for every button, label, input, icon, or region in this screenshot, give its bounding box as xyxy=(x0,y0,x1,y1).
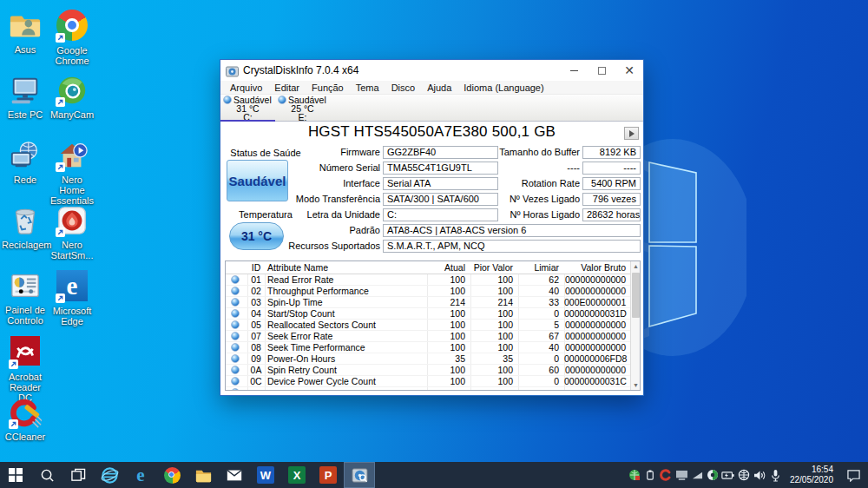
mail-icon[interactable] xyxy=(219,462,250,488)
close-button[interactable]: ✕ xyxy=(615,60,643,81)
field-label: Número Serial xyxy=(293,162,380,175)
scrollbar-thumb[interactable] xyxy=(632,273,640,318)
field-value-standard: ATA8-ACS | ATA8-ACS version 6 xyxy=(383,224,641,237)
col-atual[interactable]: Atual xyxy=(427,261,465,274)
drive-tab-c[interactable]: Saudável 31 °C C: xyxy=(220,95,275,121)
file-explorer-icon[interactable] xyxy=(187,462,219,488)
maximize-button[interactable] xyxy=(588,60,615,81)
health-status-button[interactable]: Saudável xyxy=(227,160,288,201)
task-view-icon[interactable] xyxy=(62,462,94,488)
table-row[interactable]: 0CDevice Power Cycle Count 100100 000000… xyxy=(226,376,640,387)
col-attribute-name[interactable]: Attribute Name xyxy=(267,261,424,274)
desktop-icon-asus[interactable]: Asus xyxy=(2,9,49,55)
this-pc-icon xyxy=(9,74,42,107)
desktop-icon-microsoft-edge[interactable]: e Microsoft Edge xyxy=(49,269,95,326)
field-label: Interface xyxy=(304,177,380,190)
desktop-icon-nero-startsmart[interactable]: Nero StartSm... xyxy=(49,204,95,260)
table-row-partial[interactable] xyxy=(226,387,640,391)
desktop-icon-google-chrome[interactable]: Google Chrome xyxy=(49,9,95,66)
field-value-buffer-size: 8192 KB xyxy=(582,146,641,159)
table-row[interactable]: 03Spin-Up Time 214214 33000E00000001 xyxy=(226,297,640,308)
col-pior-valor[interactable]: Pior Valor xyxy=(470,261,513,274)
menu-ajuda[interactable]: Ajuda xyxy=(421,82,457,93)
title-bar[interactable]: CrystalDiskInfo 7.0.4 x64 ✕ xyxy=(220,60,643,81)
clock-date: 22/05/2020 xyxy=(783,475,833,485)
health-orb-icon xyxy=(231,366,240,374)
search-icon[interactable] xyxy=(31,462,62,488)
table-row[interactable]: 0ASpin Retry Count 100100 60000000000000 xyxy=(226,365,640,376)
drive-tabs: Saudável 31 °C C: Saudável 25 °C E: xyxy=(220,95,643,122)
desktop-icon-este-pc[interactable]: Este PC xyxy=(2,74,49,120)
field-value-firmware: GG2ZBF40 xyxy=(383,146,498,159)
col-valor-bruto[interactable]: Valor Bruto xyxy=(564,261,626,274)
desktop-icon-acrobat-reader[interactable]: Acrobat Reader DC xyxy=(2,334,49,403)
desktop-icon-reciclagem[interactable]: Reciclagem xyxy=(2,204,49,250)
excel-icon[interactable]: X xyxy=(281,462,312,488)
minimize-button[interactable] xyxy=(560,60,588,81)
tray-battery-icon[interactable] xyxy=(720,462,736,488)
menu-disco[interactable]: Disco xyxy=(385,82,422,93)
scroll-down-icon[interactable]: ▼ xyxy=(631,380,641,390)
col-id[interactable]: ID xyxy=(247,261,265,274)
powerpoint-icon[interactable]: P xyxy=(312,462,344,488)
field-label: Letra da Unidade xyxy=(290,208,380,221)
desktop-icon-rede[interactable]: Rede xyxy=(2,139,49,185)
smart-attribute-table: ID Attribute Name Atual Pior Valor Limia… xyxy=(225,260,641,391)
health-status-label: Status de Saúde xyxy=(227,148,304,158)
field-value-transfer-mode: SATA/300 | SATA/600 xyxy=(383,193,498,206)
col-limiar[interactable]: Limiar xyxy=(518,261,559,274)
drive-tab-e[interactable]: Saudável 25 °C E: xyxy=(275,95,330,121)
menu-tema[interactable]: Tema xyxy=(350,82,385,93)
start-button[interactable] xyxy=(0,462,31,488)
edge-taskbar-icon[interactable]: e xyxy=(125,462,156,488)
desktop-icon-manycam[interactable]: ManyCam xyxy=(49,74,95,120)
health-orb-icon xyxy=(231,275,240,284)
desktop-icon-ccleaner[interactable]: CCleaner xyxy=(2,396,49,442)
tray-graphics-icon[interactable] xyxy=(689,462,705,488)
health-orb-icon xyxy=(231,343,240,352)
user-folder-icon xyxy=(9,9,42,42)
field-value-rotation-rate: 5400 RPM xyxy=(582,177,641,190)
health-orb-icon xyxy=(231,377,240,386)
desktop-icon-painel-de-controlo[interactable]: Painel de Controlo xyxy=(2,269,49,326)
scroll-up-icon[interactable]: ▲ xyxy=(631,261,641,271)
table-scrollbar[interactable]: ▲ ▼ xyxy=(630,261,640,390)
menu-idioma[interactable]: Idioma (Language) xyxy=(457,82,549,93)
table-row[interactable]: 09Power-On Hours 3535 0000000006FD8 xyxy=(226,353,640,365)
nero-home-icon xyxy=(56,139,89,172)
next-drive-button[interactable] xyxy=(624,127,639,140)
action-center-icon[interactable] xyxy=(838,462,868,488)
tray-network-icon[interactable] xyxy=(736,462,752,488)
menu-arquivo[interactable]: Arquivo xyxy=(224,82,268,93)
table-row[interactable]: 05Reallocated Sectors Count 100100 50000… xyxy=(226,320,640,331)
table-row[interactable]: 07Seek Error Rate 100100 67000000000000 xyxy=(226,331,640,342)
crystaldiskinfo-window: CrystalDiskInfo 7.0.4 x64 ✕ Arquivo Edit… xyxy=(220,59,644,396)
field-value-features: S.M.A.R.T., APM, NCQ xyxy=(383,240,641,253)
tray-usb-device-icon[interactable] xyxy=(642,462,658,488)
acrobat-icon xyxy=(9,336,42,369)
tray-sync-app-icon[interactable] xyxy=(627,462,642,488)
tray-volume-icon[interactable] xyxy=(752,462,767,488)
tray-display-icon[interactable] xyxy=(674,462,689,488)
crystaldiskinfo-taskbar-icon[interactable] xyxy=(344,462,375,488)
field-label: Nº Vezes Ligado xyxy=(498,193,580,206)
table-row[interactable]: 08Seek Time Performance 100100 400000000… xyxy=(226,342,640,353)
table-row[interactable]: 02Throughput Performance 100100 40000000… xyxy=(226,286,640,297)
chrome-taskbar-icon[interactable] xyxy=(156,462,187,488)
desktop-icon-label: Painel de Controlo xyxy=(2,305,49,326)
internet-explorer-icon[interactable] xyxy=(94,462,125,488)
menu-editar[interactable]: Editar xyxy=(268,82,306,93)
field-value-interface: Serial ATA xyxy=(383,177,498,190)
word-icon[interactable]: W xyxy=(250,462,281,488)
desktop-icon-label: ManyCam xyxy=(49,109,95,120)
tray-microphone-icon[interactable] xyxy=(767,462,783,488)
tray-ccleaner-icon[interactable] xyxy=(658,462,674,488)
menu-funcao[interactable]: Função xyxy=(306,82,350,93)
health-orb-icon xyxy=(231,332,240,340)
health-orb-icon xyxy=(231,354,240,363)
tray-manycam-icon[interactable] xyxy=(705,462,720,488)
table-row[interactable]: 01Read Error Rate 100100 62000000000000 xyxy=(226,274,640,286)
table-row[interactable]: 04Start/Stop Count 100100 000000000031D xyxy=(226,308,640,320)
taskbar-clock[interactable]: 16:54 22/05/2020 xyxy=(783,465,838,485)
control-panel-icon xyxy=(9,269,42,302)
